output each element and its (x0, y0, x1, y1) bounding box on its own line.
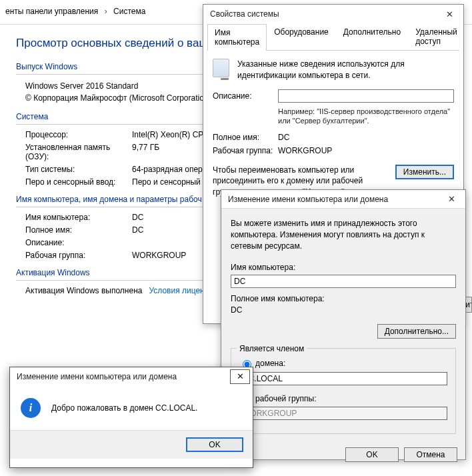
ram-label: Установленная память (ОЗУ): (25, 143, 132, 161)
close-icon[interactable]: ✕ (230, 369, 250, 384)
rename-fullname-label: Полное имя компьютера: (231, 293, 456, 305)
msg-text: Добро пожаловать в домен CC.LOCAL. (51, 403, 197, 413)
sysprops-title: Свойства системы (210, 9, 438, 19)
rename-computer-dialog: Изменение имени компьютера или домена ✕ … (221, 189, 466, 460)
sp-workgroup-value: WORKGROUP (278, 146, 332, 155)
change-button[interactable]: Изменить... (395, 165, 454, 179)
domain-input[interactable] (239, 372, 447, 385)
sp-workgroup-label: Рабочая группа: (213, 146, 278, 155)
sp-description-hint: Например: "IIS-сервер производственного … (278, 107, 454, 127)
sp-fullname-value: DC (278, 133, 289, 142)
rename-name-label: Имя компьютера: (231, 262, 456, 273)
rename-title: Изменение имени компьютера или домена (228, 195, 440, 204)
sysprops-tabs: Имя компьютера Оборудование Дополнительн… (207, 23, 459, 51)
pen-label: Перо и сенсорный ввод: (25, 177, 132, 187)
rename-name-input[interactable] (231, 275, 456, 288)
welcome-message-dialog: Изменение имени компьютера или домена ✕ … (9, 367, 253, 468)
tab-computer-name[interactable]: Имя компьютера (207, 24, 267, 51)
close-icon[interactable]: ✕ (438, 9, 461, 19)
activation-status: Активация Windows выполнена (25, 286, 142, 295)
rename-ok-button[interactable]: OK (345, 447, 399, 462)
more-button[interactable]: Дополнительно... (377, 324, 456, 339)
radio-workgroup-label: рабочей группы: (255, 393, 316, 405)
tab-hardware[interactable]: Оборудование (267, 23, 336, 50)
fullname-label: Полное имя: (25, 225, 132, 235)
computer-icon (213, 59, 229, 77)
sp-description-input[interactable] (278, 89, 454, 103)
breadcrumb-level-1[interactable]: енты панели управления (5, 7, 98, 16)
msg-title: Изменение имени компьютера или домена (17, 372, 230, 381)
msg-titlebar[interactable]: Изменение имени компьютера или домена ✕ (10, 367, 253, 386)
systype-label: Тип системы: (25, 165, 132, 174)
radio-domain-label: домена: (255, 358, 285, 369)
member-of-group: Является членом домена: рабочей группы: (231, 348, 456, 435)
rename-titlebar[interactable]: Изменение имени компьютера или домена ✕ (221, 190, 465, 209)
compname-label: Имя компьютера: (25, 213, 132, 222)
description-label: Описание: (25, 238, 132, 247)
breadcrumb-level-2[interactable]: Система (113, 7, 145, 16)
rename-fullname-value: DC (231, 305, 456, 316)
breadcrumb-separator: › (105, 7, 107, 16)
tab-advanced[interactable]: Дополнительно (336, 23, 408, 50)
rename-cancel-button[interactable]: Отмена (404, 447, 457, 462)
rename-intro-text: Вы можете изменить имя и принадлежность … (231, 218, 456, 251)
msg-ok-button[interactable]: OK (186, 437, 243, 452)
workgroup-label: Рабочая группа: (25, 251, 132, 260)
sysprops-titlebar[interactable]: Свойства системы ✕ (203, 5, 463, 23)
sp-fullname-label: Полное имя: (213, 133, 278, 142)
sysprops-intro-text: Указанные ниже сведения используются для… (237, 59, 454, 81)
workgroup-input (239, 407, 447, 420)
cpu-label: Процессор: (25, 130, 132, 139)
member-of-legend: Является членом (237, 343, 307, 355)
info-icon: i (21, 398, 41, 418)
tab-remote[interactable]: Удаленный доступ (408, 23, 465, 50)
close-icon[interactable]: ✕ (440, 194, 463, 204)
sp-description-label: Описание: (213, 91, 278, 101)
